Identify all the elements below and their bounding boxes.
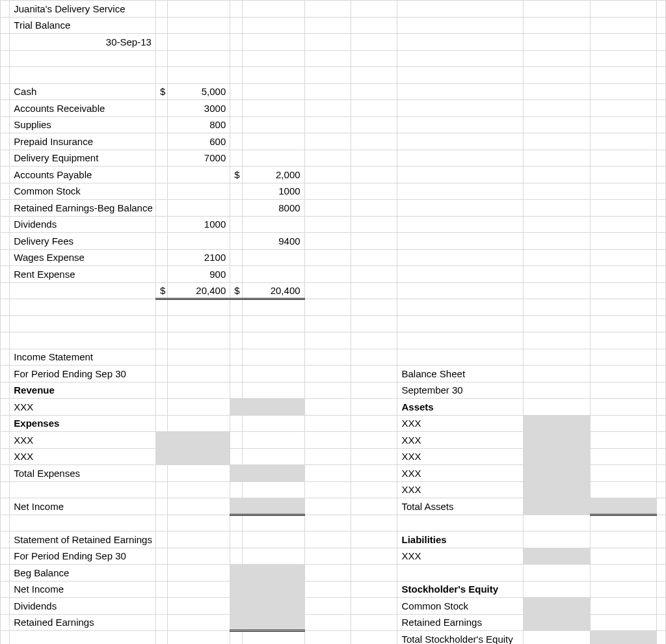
table-row: Prepaid Insurance 600 — [1, 133, 666, 150]
table-row: Revenue September 30 — [1, 382, 666, 399]
debit-amount[interactable]: 3000 — [168, 100, 230, 117]
table-row: Expenses XXX — [1, 415, 666, 432]
total-assets-label[interactable]: Total Assets — [397, 498, 524, 515]
table-row: Delivery Fees 9400 — [1, 233, 666, 250]
revenue-label[interactable]: Revenue — [10, 382, 156, 399]
table-row: XXX — [1, 481, 666, 498]
currency-symbol: $ — [230, 282, 242, 299]
account-label[interactable]: Accounts Payable — [10, 167, 156, 183]
account-label[interactable]: Prepaid Insurance — [10, 133, 156, 150]
table-row: Statement of Retained Earnings Liabiliti… — [1, 531, 666, 548]
table-row — [1, 299, 666, 316]
account-label[interactable]: Common Stock — [10, 183, 156, 200]
debit-total[interactable]: 20,400 — [168, 282, 230, 299]
currency-symbol: $ — [155, 282, 167, 299]
net-income-row-label[interactable]: Net Income — [10, 581, 156, 598]
table-row: Common Stock 1000 — [1, 183, 666, 200]
debit-amount[interactable]: 900 — [168, 266, 230, 283]
table-row: Dividends 1000 — [1, 216, 666, 233]
table-row: Total Stockholder's Equity — [1, 631, 666, 645]
account-label[interactable]: Delivery Fees — [10, 233, 156, 250]
net-income-label[interactable]: Net Income — [10, 498, 156, 515]
table-row: Juanita's Delivery Service — [1, 1, 666, 18]
beg-balance-label[interactable]: Beg Balance — [10, 565, 156, 582]
credit-total[interactable]: 20,400 — [242, 282, 304, 299]
table-row: $ 20,400 $ 20,400 — [1, 282, 666, 299]
table-row: Wages Expense 2100 — [1, 249, 666, 266]
placeholder[interactable]: XXX — [397, 432, 524, 449]
debit-amount[interactable]: 2100 — [168, 249, 230, 266]
credit-amount[interactable]: 8000 — [242, 200, 304, 217]
table-row: Beg Balance — [1, 565, 666, 582]
account-label[interactable]: Accounts Receivable — [10, 100, 156, 117]
table-row: For Period Ending Sep 30 Balance Sheet — [1, 366, 666, 382]
table-row: Delivery Equipment 7000 — [1, 150, 666, 167]
income-statement-period[interactable]: For Period Ending Sep 30 — [10, 366, 156, 382]
table-row: Rent Expense 900 — [1, 266, 666, 283]
table-row — [1, 515, 666, 531]
table-row — [1, 67, 666, 84]
table-row: Retained Earnings Retained Earnings — [1, 614, 666, 631]
placeholder[interactable]: XXX — [397, 465, 524, 482]
debit-amount[interactable]: 5,000 — [168, 83, 230, 100]
placeholder[interactable]: XXX — [397, 415, 524, 432]
placeholder[interactable]: XXX — [397, 481, 524, 498]
balance-sheet-date[interactable]: September 30 — [397, 382, 524, 399]
debit-amount[interactable]: 800 — [168, 116, 230, 133]
account-label[interactable]: Dividends — [10, 216, 156, 233]
table-row: Accounts Receivable 3000 — [1, 100, 666, 117]
liabilities-label[interactable]: Liabilities — [397, 531, 524, 548]
table-row — [1, 50, 666, 67]
table-row — [1, 315, 666, 332]
table-row: Net Income Total Assets — [1, 498, 666, 515]
report-date[interactable]: 30-Sep-13 — [10, 34, 156, 51]
company-name[interactable]: Juanita's Delivery Service — [10, 1, 156, 18]
debit-amount[interactable]: 600 — [168, 133, 230, 150]
income-statement-title[interactable]: Income Statement — [10, 349, 156, 366]
table-row: Net Income Stockholder's Equity — [1, 581, 666, 598]
placeholder[interactable]: XXX — [397, 548, 524, 565]
table-row — [1, 332, 666, 349]
placeholder[interactable]: XXX — [10, 448, 156, 465]
table-row: Supplies 800 — [1, 116, 666, 133]
spreadsheet[interactable]: Juanita's Delivery Service Trial Balance… — [0, 0, 666, 644]
debit-amount[interactable]: 7000 — [168, 150, 230, 167]
table-row: XXX Assets — [1, 399, 666, 416]
table-row: 30-Sep-13 — [1, 34, 666, 51]
assets-label[interactable]: Assets — [397, 399, 524, 416]
total-stockholders-equity-label[interactable]: Total Stockholder's Equity — [397, 631, 524, 645]
account-label[interactable]: Supplies — [10, 116, 156, 133]
table-row: Cash $ 5,000 — [1, 83, 666, 100]
account-label[interactable]: Rent Expense — [10, 266, 156, 283]
placeholder[interactable]: XXX — [397, 448, 524, 465]
report-title[interactable]: Trial Balance — [10, 17, 156, 34]
account-label[interactable]: Delivery Equipment — [10, 150, 156, 167]
table-row: Trial Balance — [1, 17, 666, 34]
credit-amount[interactable]: 2,000 — [242, 167, 304, 183]
table-row: Retained Earnings-Beg Balance 8000 — [1, 200, 666, 217]
stockholders-equity-label[interactable]: Stockholder's Equity — [397, 581, 524, 598]
debit-amount[interactable]: 1000 — [168, 216, 230, 233]
placeholder[interactable]: XXX — [10, 399, 156, 416]
placeholder[interactable]: XXX — [10, 432, 156, 449]
expenses-label[interactable]: Expenses — [10, 415, 156, 432]
credit-amount[interactable]: 1000 — [242, 183, 304, 200]
table-row: XXX XXX — [1, 432, 666, 449]
table-row: Total Expenses XXX — [1, 465, 666, 482]
account-label[interactable]: Cash — [10, 83, 156, 100]
total-expenses-label[interactable]: Total Expenses — [10, 465, 156, 482]
dividends-label[interactable]: Dividends — [10, 598, 156, 615]
account-label[interactable]: Retained Earnings-Beg Balance — [10, 200, 156, 217]
currency-symbol: $ — [230, 167, 242, 183]
table-row: Income Statement — [1, 349, 666, 366]
retained-earnings-title[interactable]: Statement of Retained Earnings — [10, 531, 156, 548]
retained-earnings-period[interactable]: For Period Ending Sep 30 — [10, 548, 156, 565]
retained-earnings-label[interactable]: Retained Earnings — [10, 614, 156, 631]
account-label[interactable]: Wages Expense — [10, 249, 156, 266]
table-row: Dividends Common Stock — [1, 598, 666, 615]
table-row: XXX XXX — [1, 448, 666, 465]
balance-sheet-title[interactable]: Balance Sheet — [397, 366, 524, 382]
bs-retained-earnings-label[interactable]: Retained Earnings — [397, 614, 524, 631]
common-stock-label[interactable]: Common Stock — [397, 598, 524, 615]
credit-amount[interactable]: 9400 — [242, 233, 304, 250]
